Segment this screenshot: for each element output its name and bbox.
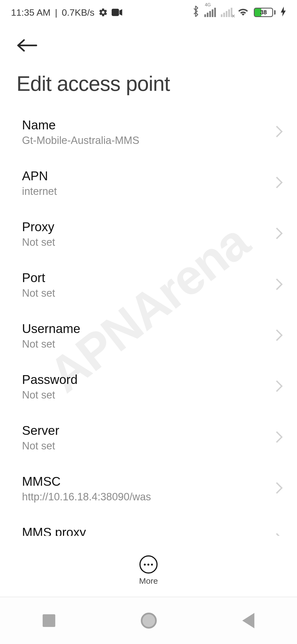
chevron-right-icon — [275, 227, 283, 241]
row-proxy-value: Not set — [22, 236, 270, 248]
row-apn-label: APN — [22, 168, 270, 183]
chevron-right-icon — [275, 125, 283, 139]
row-server-label: Server — [22, 423, 270, 438]
nav-recent-button[interactable] — [43, 614, 55, 627]
row-mmsc-label: MMSC — [22, 474, 270, 489]
charging-icon — [280, 7, 286, 18]
row-username-value: Not set — [22, 338, 270, 350]
battery-icon: 38 — [254, 8, 276, 17]
more-icon — [139, 555, 158, 574]
row-port-label: Port — [22, 270, 270, 285]
svg-rect-0 — [112, 9, 119, 16]
row-port-value: Not set — [22, 287, 270, 299]
cellular-signal-nosim-icon: ✕ — [221, 8, 232, 17]
wifi-icon — [237, 7, 249, 18]
row-port[interactable]: Port Not set — [0, 259, 297, 310]
chevron-right-icon — [275, 278, 283, 292]
row-name[interactable]: Name Gt-Mobile-Australia-MMS — [0, 107, 297, 157]
back-button[interactable] — [16, 33, 41, 58]
camera-icon — [112, 8, 123, 17]
status-time: 11:35 AM — [11, 7, 51, 18]
chevron-right-icon — [275, 532, 283, 536]
row-mms-proxy-label: MMS proxy — [22, 525, 270, 536]
bottom-action-bar: More — [0, 544, 297, 597]
status-net-speed: 0.7KB/s — [62, 7, 95, 18]
nav-home-button[interactable] — [141, 613, 157, 629]
chevron-right-icon — [275, 176, 283, 190]
row-name-value: Gt-Mobile-Australia-MMS — [22, 135, 270, 146]
bluetooth-icon — [192, 6, 199, 19]
row-proxy-label: Proxy — [22, 219, 270, 234]
row-password-label: Password — [22, 372, 270, 387]
gear-icon — [98, 8, 108, 17]
row-username[interactable]: Username Not set — [0, 310, 297, 361]
apn-settings-list: Name Gt-Mobile-Australia-MMS APN interne… — [0, 107, 297, 536]
row-username-label: Username — [22, 321, 270, 336]
row-mmsc-value: http://10.16.18.4:38090/was — [22, 491, 270, 503]
battery-percent: 38 — [255, 9, 272, 16]
more-label: More — [139, 576, 158, 586]
row-proxy[interactable]: Proxy Not set — [0, 208, 297, 259]
signal-4g-label: 4G — [205, 3, 211, 7]
row-password-value: Not set — [22, 389, 270, 401]
row-apn[interactable]: APN internet — [0, 157, 297, 208]
row-name-label: Name — [22, 118, 270, 132]
status-bar: 11:35 AM | 0.7KB/s 4G ✕ 38 — [0, 0, 297, 25]
row-server-value: Not set — [22, 440, 270, 452]
more-button[interactable]: More — [139, 555, 158, 586]
row-mms-proxy[interactable]: MMS proxy 10.16.18.77 — [0, 514, 297, 536]
chevron-right-icon — [275, 481, 283, 496]
page-title: Edit access point — [16, 72, 286, 95]
chevron-right-icon — [275, 380, 283, 394]
status-separator: | — [55, 7, 57, 18]
row-server[interactable]: Server Not set — [0, 412, 297, 463]
row-mmsc[interactable]: MMSC http://10.16.18.4:38090/was — [0, 463, 297, 514]
row-apn-value: internet — [22, 185, 270, 197]
chevron-right-icon — [275, 329, 283, 343]
arrow-left-icon — [16, 38, 38, 53]
cellular-signal-4g-icon: 4G — [204, 8, 216, 17]
system-nav-bar — [0, 597, 297, 644]
chevron-right-icon — [275, 430, 283, 445]
nav-back-button[interactable] — [242, 613, 254, 628]
row-password[interactable]: Password Not set — [0, 361, 297, 412]
